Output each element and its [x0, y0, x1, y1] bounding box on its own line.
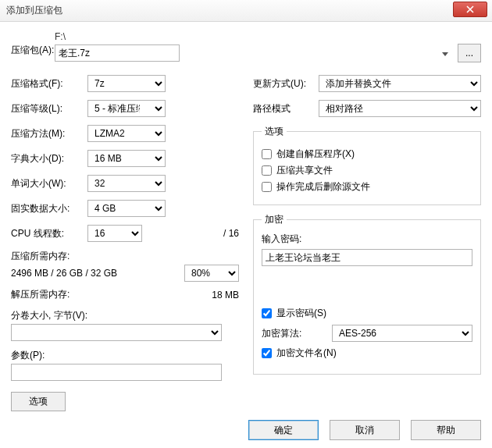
archive-label: 压缩包(A):	[11, 31, 55, 57]
solid-select[interactable]: 4 GB	[87, 200, 166, 217]
method-label: 压缩方法(M):	[11, 127, 87, 140]
memc-label: 压缩所需内存:	[11, 250, 239, 263]
sfx-checkbox[interactable]	[262, 149, 272, 159]
method-select[interactable]: LZMA2	[87, 125, 166, 142]
split-size-select[interactable]	[11, 324, 222, 341]
browse-button[interactable]: ...	[458, 44, 481, 62]
update-label: 更新方式(U):	[253, 77, 319, 91]
close-icon	[466, 5, 474, 13]
options-button[interactable]: 选项	[11, 392, 66, 411]
password-input[interactable]	[262, 249, 472, 266]
encrypt-legend: 加密	[262, 213, 287, 226]
pathmode-select[interactable]: 相对路径	[319, 100, 481, 117]
sfx-label: 创建自解压程序(X)	[276, 148, 355, 161]
memc-detail: 2496 MB / 26 GB / 32 GB	[11, 268, 117, 279]
memd-label: 解压所需内存:	[11, 288, 70, 301]
close-button[interactable]	[453, 2, 487, 17]
dict-label: 字典大小(D):	[11, 152, 87, 165]
encnames-label: 加密文件名(N)	[276, 347, 337, 360]
encnames-checkbox[interactable]	[262, 348, 272, 358]
shared-checkbox[interactable]	[262, 165, 272, 176]
delete-label: 操作完成后删除源文件	[276, 180, 370, 194]
solid-label: 固实数据大小:	[11, 202, 87, 215]
dropdown-icon	[442, 48, 448, 59]
options-group: 选项 创建自解压程序(X) 压缩共享文件 操作完成后删除源文件	[253, 125, 481, 205]
archive-drive: F:\	[55, 31, 481, 42]
shared-label: 压缩共享文件	[276, 164, 333, 177]
algo-select[interactable]: AES-256	[332, 325, 472, 342]
cpu-label: CPU 线程数:	[11, 227, 87, 240]
encrypt-group: 加密 输入密码: 显示密码(S) 加密算法: AES-256 加密文件名(N)	[253, 213, 481, 375]
split-label: 分卷大小, 字节(V):	[11, 309, 239, 322]
delete-checkbox[interactable]	[262, 182, 272, 192]
level-select[interactable]: 5 - 标准压缩	[87, 100, 166, 117]
ok-button[interactable]: 确定	[248, 420, 319, 440]
memc-pct-select[interactable]: 80%	[184, 265, 239, 282]
word-select[interactable]: 32	[87, 175, 166, 192]
memd-value: 18 MB	[212, 290, 239, 300]
options-legend: 选项	[262, 125, 287, 138]
level-label: 压缩等级(L):	[11, 102, 87, 116]
dict-select[interactable]: 16 MB	[87, 150, 166, 167]
cpu-total: / 16	[223, 228, 239, 239]
help-button[interactable]: 帮助	[411, 420, 481, 440]
algo-label: 加密算法:	[262, 327, 316, 340]
title-bar: 添加到压缩包	[0, 0, 492, 22]
cpu-select[interactable]: 16	[87, 225, 142, 242]
pathmode-label: 路径模式	[253, 102, 319, 116]
window-title: 添加到压缩包	[6, 4, 62, 17]
update-select[interactable]: 添加并替换文件	[319, 75, 481, 92]
showpw-checkbox[interactable]	[262, 308, 272, 318]
password-label: 输入密码:	[262, 233, 472, 246]
format-label: 压缩格式(F):	[11, 77, 87, 91]
params-label: 参数(P):	[11, 349, 239, 362]
showpw-label: 显示密码(S)	[276, 307, 326, 320]
archive-name-input[interactable]	[55, 44, 180, 62]
params-input[interactable]	[11, 364, 222, 381]
cancel-button[interactable]: 取消	[330, 420, 400, 440]
word-label: 单词大小(W):	[11, 177, 87, 190]
format-select[interactable]: 7z	[87, 75, 166, 92]
